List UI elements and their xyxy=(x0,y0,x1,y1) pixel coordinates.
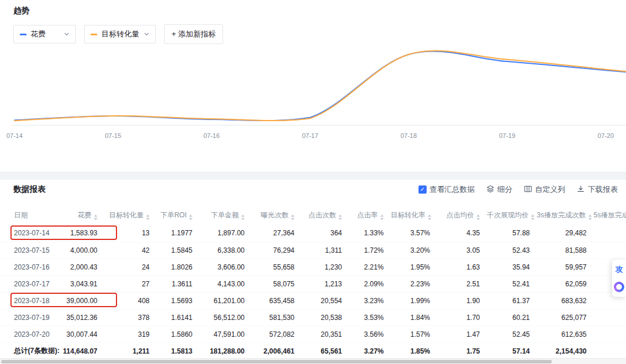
column-header[interactable]: 目标转化量 xyxy=(104,205,156,225)
x-axis-label: 07-20 xyxy=(598,132,614,139)
segment-button[interactable]: 细分 xyxy=(486,184,512,195)
total-row: 总计(7条数据):114,648.071,2111.5813181,288.00… xyxy=(0,343,626,359)
download-label: 下载报表 xyxy=(588,184,618,195)
table-cell: 2023-07-14 xyxy=(0,225,58,242)
report-title: 数据报表 xyxy=(13,184,46,195)
assistant-icon[interactable] xyxy=(614,282,624,292)
column-header[interactable]: 5s播放完成次数 xyxy=(594,205,626,225)
table-cell: 1.57% xyxy=(391,326,437,343)
custom-columns-button[interactable]: 自定义列 xyxy=(524,184,565,195)
total-cell: 3.27% xyxy=(349,343,391,359)
sort-icon[interactable] xyxy=(291,214,294,220)
table-cell: 52.41 xyxy=(487,275,537,292)
column-header[interactable]: 花费 xyxy=(58,205,104,225)
table-cell: 1.95% xyxy=(391,259,437,275)
table-cell: 2023-07-18 xyxy=(0,292,58,309)
report-header: 数据报表 ✓ 查看汇总数据 细分 自定义列 xyxy=(13,184,618,195)
column-header[interactable]: 点击率 xyxy=(349,205,391,225)
table-cell: 59,957 xyxy=(537,259,594,275)
column-header[interactable]: 点击均价 xyxy=(437,205,487,225)
metric-select-0[interactable]: 花费 xyxy=(13,25,76,43)
table-cell: 1.5693 xyxy=(156,292,199,309)
table-cell: 2023-07-19 xyxy=(0,309,58,326)
sort-icon[interactable] xyxy=(94,214,97,220)
table-cell: 81,588 xyxy=(537,242,594,259)
table-cell: 1,230 xyxy=(301,259,349,275)
sort-icon[interactable] xyxy=(146,214,150,220)
column-header[interactable]: 点击次数 xyxy=(301,205,349,225)
scrollbar-thumb[interactable] xyxy=(1,360,552,363)
table-cell: 61,201.00 xyxy=(199,292,252,309)
total-cell: 181,288.00 xyxy=(199,343,252,359)
total-cell: 1,211 xyxy=(104,343,156,359)
sort-icon[interactable] xyxy=(531,214,534,220)
x-axis-label: 07-18 xyxy=(401,132,417,139)
table-cell: 1,311 xyxy=(301,242,349,259)
table-cell xyxy=(594,225,626,242)
horizontal-scrollbar[interactable] xyxy=(0,358,626,364)
sort-icon[interactable] xyxy=(339,214,342,220)
table-cell: 572,082 xyxy=(252,326,301,343)
table-cell: 39,000.00 xyxy=(58,292,104,309)
summary-toggle[interactable]: ✓ 查看汇总数据 xyxy=(418,184,475,195)
summary-checkbox[interactable]: ✓ xyxy=(418,185,427,194)
table-cell: 683,632 xyxy=(537,292,594,309)
column-header[interactable]: 下单ROI xyxy=(156,205,199,225)
report-controls: ✓ 查看汇总数据 细分 自定义列 xyxy=(418,184,618,195)
total-cell: 114,648.07 xyxy=(58,343,104,359)
table-cell: 1.6141 xyxy=(156,309,199,326)
trend-legend-row: 花费 目标转化量 + 添加新指标 xyxy=(13,24,223,44)
table-cell: 20,351 xyxy=(301,326,349,343)
download-report-button[interactable]: 下载报表 xyxy=(577,184,618,195)
table-cell: 29,482 xyxy=(537,225,594,242)
chevron-down-icon xyxy=(64,31,70,37)
table-cell: 1.90 xyxy=(437,292,487,309)
table-cell: 13 xyxy=(104,225,156,242)
x-axis-label: 07-15 xyxy=(105,132,121,139)
total-cell: 2,006,461 xyxy=(252,343,301,359)
table-cell: 3.20% xyxy=(391,242,437,259)
table-cell: 1.99% xyxy=(391,292,437,309)
column-header[interactable]: 曝光次数 xyxy=(252,205,301,225)
table-cell: 61.37 xyxy=(487,292,537,309)
add-metric-button[interactable]: + 添加新指标 xyxy=(164,24,223,44)
floating-helper[interactable]: 攻 xyxy=(612,260,626,297)
x-axis-label: 07-17 xyxy=(302,132,318,139)
table-cell: 2.21% xyxy=(349,259,391,275)
table-cell: 2023-07-15 xyxy=(0,242,58,259)
table-cell: 62,059 xyxy=(537,275,594,292)
total-cell xyxy=(594,343,626,359)
table-cell: 55,658 xyxy=(252,259,301,275)
report-section: 数据报表 ✓ 查看汇总数据 细分 自定义列 xyxy=(0,180,626,358)
sort-icon[interactable] xyxy=(476,214,480,220)
table-cell: 408 xyxy=(104,292,156,309)
table-cell: 1.8026 xyxy=(156,259,199,275)
table-cell: 581,530 xyxy=(252,309,301,326)
floating-helper-label[interactable]: 攻 xyxy=(616,264,623,275)
metric-select-1[interactable]: 目标转化量 xyxy=(84,25,156,43)
series-line-1 xyxy=(14,51,626,121)
table-cell: 52.43 xyxy=(487,242,537,259)
table-cell: 2023-07-20 xyxy=(0,326,58,343)
sort-icon[interactable] xyxy=(588,214,592,220)
column-header[interactable]: 千次展现均价 xyxy=(487,205,537,225)
sort-icon[interactable] xyxy=(189,214,192,220)
analytics-page: 趋势 花费 目标转化量 + 添加新指标 07-1407-1507-1607-17… xyxy=(0,0,626,364)
table-cell: 4.35 xyxy=(437,225,487,242)
table-cell xyxy=(594,326,626,343)
table-cell: 635,458 xyxy=(252,292,301,309)
column-header[interactable]: 3s播放完成次数 xyxy=(537,205,594,225)
download-icon xyxy=(577,185,585,195)
sort-icon[interactable] xyxy=(380,214,384,220)
table-row: 2023-07-1839,000.004081.569361,201.00635… xyxy=(0,292,626,309)
table-cell: 1,897.00 xyxy=(199,225,252,242)
column-header[interactable]: 下单金额 xyxy=(199,205,252,225)
column-header[interactable]: 目标转化率 xyxy=(391,205,437,225)
legend-label: 目标转化量 xyxy=(101,29,139,39)
sort-icon[interactable] xyxy=(241,214,245,220)
report-table-wrap: 日期花费目标转化量下单ROI下单金额曝光次数点击次数点击率目标转化率点击均价千次… xyxy=(0,205,626,359)
table-cell: 1.70 xyxy=(437,309,487,326)
table-cell: 30,007.44 xyxy=(58,326,104,343)
sort-icon[interactable] xyxy=(428,214,431,220)
table-cell: 3.53% xyxy=(349,309,391,326)
